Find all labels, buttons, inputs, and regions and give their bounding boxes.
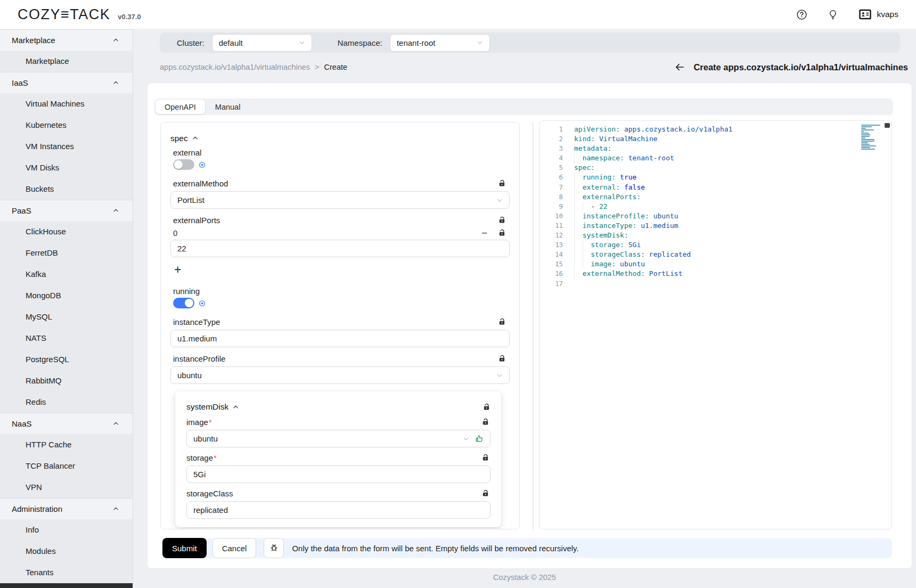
instance-type-label-row: instanceType xyxy=(170,316,510,328)
unlock-icon[interactable] xyxy=(482,403,490,411)
debug-button[interactable] xyxy=(264,538,284,558)
spec-section-header[interactable]: spec xyxy=(170,133,510,143)
storage-class-input[interactable] xyxy=(186,501,490,519)
line-number: 3 xyxy=(539,144,563,153)
sidebar-item-mysql[interactable]: MySQL xyxy=(0,306,133,328)
add-port-row: + xyxy=(170,263,510,276)
sidebar-group-marketplace[interactable]: Marketplace xyxy=(0,29,133,51)
tab-manual[interactable]: Manual xyxy=(206,100,250,114)
running-toggle[interactable] xyxy=(173,298,194,308)
required-mark: * xyxy=(214,453,217,462)
system-disk-card: systemDisk image* ubu xyxy=(175,391,501,527)
mode-tabs: OpenAPI Manual xyxy=(154,99,893,115)
app-version: v0.37.0 xyxy=(118,13,141,21)
unlock-icon[interactable] xyxy=(498,229,506,237)
sidebar-item-tenants[interactable]: Tenants xyxy=(0,562,133,583)
breadcrumb-link[interactable]: apps.cozystack.io/v1alpha1/virtualmachin… xyxy=(160,63,310,71)
sidebar-group-iaas[interactable]: IaaS xyxy=(0,72,133,93)
external-method-value: PortList xyxy=(177,195,205,205)
chevron-down-icon xyxy=(496,197,503,203)
unlock-icon[interactable] xyxy=(498,216,506,224)
namespace-select[interactable]: tenant-root xyxy=(390,34,490,52)
back-button[interactable] xyxy=(674,62,685,72)
chevron-down-icon xyxy=(463,436,469,442)
external-toggle[interactable] xyxy=(173,159,194,170)
sidebar-item-modules[interactable]: Modules xyxy=(0,541,133,562)
sidebar-item-nats[interactable]: NATS xyxy=(0,328,133,349)
arrow-left-icon xyxy=(674,62,685,72)
editor-lines: 1apiVersion: apps.cozystack.io/v1alpha12… xyxy=(539,125,892,289)
app-logo[interactable]: COZY≡TACK xyxy=(18,6,110,23)
cluster-select[interactable]: default xyxy=(212,34,312,52)
page-title: Create apps.cozystack.io/v1alpha1/virtua… xyxy=(693,62,908,72)
sidebar-item-mongodb[interactable]: MongoDB xyxy=(0,285,133,306)
sidebar-item-info[interactable]: Info xyxy=(0,519,133,541)
sidebar-item-marketplace[interactable]: Marketplace xyxy=(0,51,133,72)
sidebar-item-redis[interactable]: Redis xyxy=(0,391,133,413)
sidebar-item-kafka[interactable]: Kafka xyxy=(0,264,133,285)
running-toggle-row xyxy=(170,298,510,308)
sidebar-item-vm-instances[interactable]: VM Instances xyxy=(0,136,133,157)
sidebar-item-kubernetes[interactable]: Kubernetes xyxy=(0,115,133,136)
sidebar-group-label: PaaS xyxy=(12,206,31,215)
spec-label: spec xyxy=(170,134,188,143)
unlock-icon[interactable] xyxy=(498,179,506,187)
line-number: 14 xyxy=(539,250,563,259)
system-disk-header[interactable]: systemDisk xyxy=(186,401,490,413)
page-title-wrap: Create apps.cozystack.io/v1alpha1/virtua… xyxy=(674,62,908,72)
sidebar-item-clickhouse[interactable]: ClickHouse xyxy=(0,221,133,242)
theme-toggle-icon[interactable] xyxy=(828,9,838,20)
unlock-icon[interactable] xyxy=(481,418,489,426)
port-item-row: 0 − xyxy=(170,227,510,239)
unlock-icon[interactable] xyxy=(481,489,489,497)
sidebar-item-virtual-machines[interactable]: Virtual Machines xyxy=(0,93,133,115)
panel-splitter[interactable] xyxy=(533,122,534,529)
port-input[interactable] xyxy=(170,240,510,257)
sidebar-item-http-cache[interactable]: HTTP Cache xyxy=(0,434,133,455)
line-number: 10 xyxy=(539,211,563,221)
sidebar-scroll-strip[interactable] xyxy=(0,583,133,588)
cluster-select-value: default xyxy=(219,38,243,47)
user-menu[interactable]: kvaps xyxy=(858,9,899,20)
sidebar-item-postgresql[interactable]: PostgreSQL xyxy=(0,349,133,370)
sidebar-item-rabbitmq[interactable]: RabbitMQ xyxy=(0,370,133,391)
editor-scrollbar-thumb[interactable] xyxy=(885,123,890,128)
unlock-icon[interactable] xyxy=(498,318,506,326)
line-number: 15 xyxy=(539,259,563,269)
sidebar-group-naas[interactable]: NaaS xyxy=(0,413,133,434)
cancel-button[interactable]: Cancel xyxy=(212,538,257,558)
sidebar-group-paas[interactable]: PaaS xyxy=(0,200,133,221)
sidebar-item-vm-disks[interactable]: VM Disks xyxy=(0,157,133,178)
username: kvaps xyxy=(877,10,899,19)
submit-button[interactable]: Submit xyxy=(162,538,207,558)
instance-profile-label-row: instanceProfile xyxy=(170,353,510,364)
help-icon[interactable] xyxy=(796,9,807,20)
sidebar-group-administration[interactable]: Administration xyxy=(0,498,133,519)
sidebar-group-label: Administration xyxy=(12,504,62,513)
sidebar-item-buckets[interactable]: Buckets xyxy=(0,178,133,200)
editor-line-10: 10instanceProfile: ubuntu xyxy=(539,211,892,221)
sidebar-item-tcp-balancer[interactable]: TCP Balancer xyxy=(0,455,133,477)
add-port-button[interactable]: + xyxy=(174,264,181,276)
unlock-icon[interactable] xyxy=(498,355,506,363)
yaml-editor[interactable]: 1apiVersion: apps.cozystack.io/v1alpha12… xyxy=(539,120,892,529)
external-method-select[interactable]: PortList xyxy=(170,191,510,209)
line-number: 4 xyxy=(539,153,563,163)
image-label: image* xyxy=(186,418,212,427)
running-label: running xyxy=(173,287,200,296)
sidebar-group-label: IaaS xyxy=(12,78,28,87)
editor-minimap[interactable] xyxy=(861,125,882,152)
storage-input[interactable] xyxy=(186,466,490,483)
breadcrumb-separator: > xyxy=(315,63,319,71)
sidebar-item-ferretdb[interactable]: FerretDB xyxy=(0,242,133,264)
tab-openapi[interactable]: OpenAPI xyxy=(156,100,205,114)
id-card-icon xyxy=(858,9,872,20)
sidebar-item-vpn[interactable]: VPN xyxy=(0,477,133,498)
instance-type-input[interactable] xyxy=(170,330,510,347)
image-select[interactable]: ubuntu xyxy=(186,430,490,447)
line-number: 12 xyxy=(539,231,563,240)
instance-profile-select[interactable]: ubuntu xyxy=(170,366,510,384)
unlock-icon[interactable] xyxy=(481,454,489,462)
remove-port-button[interactable]: − xyxy=(481,228,487,238)
line-number: 7 xyxy=(539,183,563,192)
